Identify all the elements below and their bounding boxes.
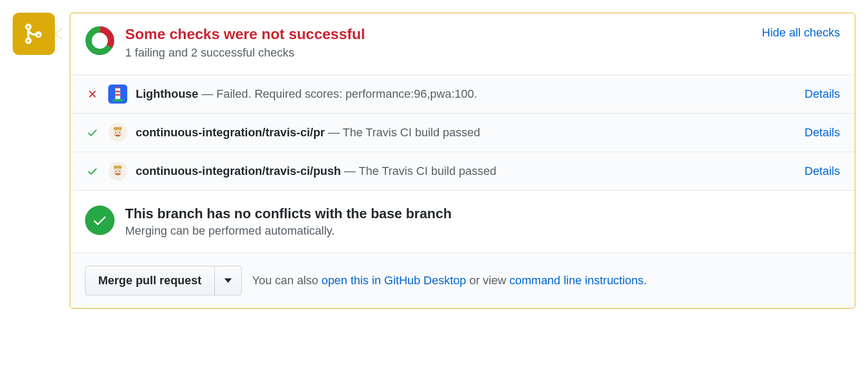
checks-title: Some checks were not successful	[125, 26, 751, 43]
svg-point-1	[89, 30, 111, 52]
svg-marker-5	[115, 87, 120, 88]
check-text: continuous-integration/travis-ci/pr — Th…	[136, 126, 796, 139]
x-icon	[85, 88, 100, 100]
check-message: The Travis CI build passed	[359, 164, 496, 178]
lighthouse-avatar	[108, 85, 127, 104]
check-row: continuous-integration/travis-ci/pr — Th…	[70, 113, 855, 152]
merge-footer-text: You can also open this in GitHub Desktop…	[252, 274, 647, 287]
git-merge-icon	[22, 22, 45, 45]
conflicts-section: This branch has no conflicts with the ba…	[70, 190, 855, 253]
check-name: continuous-integration/travis-ci/push	[136, 164, 341, 178]
check-row: continuous-integration/travis-ci/push — …	[70, 152, 855, 190]
check-icon	[85, 127, 100, 138]
check-text: continuous-integration/travis-ci/push — …	[136, 164, 796, 178]
svg-point-13	[119, 132, 120, 133]
check-details-link[interactable]: Details	[805, 164, 840, 178]
merge-dropdown-button[interactable]	[215, 266, 242, 295]
svg-point-12	[115, 132, 116, 133]
timeline-merge-badge	[13, 13, 55, 55]
check-name: Lighthouse	[136, 87, 199, 100]
conflicts-subtitle: Merging can be performed automatically.	[125, 224, 451, 238]
travis-avatar	[108, 123, 127, 142]
travis-avatar	[108, 162, 127, 181]
success-circle-icon	[85, 206, 115, 235]
open-github-desktop-link[interactable]: open this in GitHub Desktop	[322, 274, 466, 287]
check-name: continuous-integration/travis-ci/pr	[136, 126, 325, 139]
hide-all-checks-link[interactable]: Hide all checks	[762, 26, 840, 40]
status-donut-icon	[85, 26, 115, 55]
svg-rect-3	[115, 91, 120, 92]
check-details-link[interactable]: Details	[805, 87, 840, 101]
svg-point-20	[119, 171, 120, 172]
check-message: Failed. Required scores: performance:96,…	[216, 87, 477, 100]
svg-rect-6	[113, 99, 123, 101]
svg-point-19	[115, 171, 116, 172]
check-message: The Travis CI build passed	[343, 126, 480, 139]
check-row: Lighthouse — Failed. Required scores: pe…	[70, 75, 855, 113]
checks-header: Some checks were not successful 1 failin…	[70, 13, 855, 75]
conflicts-title: This branch has no conflicts with the ba…	[125, 206, 451, 222]
check-icon	[85, 165, 100, 177]
svg-rect-4	[115, 94, 120, 96]
merge-panel: Some checks were not successful 1 failin…	[70, 13, 855, 309]
check-details-link[interactable]: Details	[805, 126, 840, 139]
command-line-instructions-link[interactable]: command line instructions	[510, 274, 644, 287]
check-text: Lighthouse — Failed. Required scores: pe…	[136, 87, 796, 101]
merge-pull-request-button[interactable]: Merge pull request	[85, 266, 215, 295]
checks-subtitle: 1 failing and 2 successful checks	[125, 46, 751, 60]
merge-footer: Merge pull request You can also open thi…	[70, 253, 855, 308]
caret-down-icon	[224, 278, 232, 283]
